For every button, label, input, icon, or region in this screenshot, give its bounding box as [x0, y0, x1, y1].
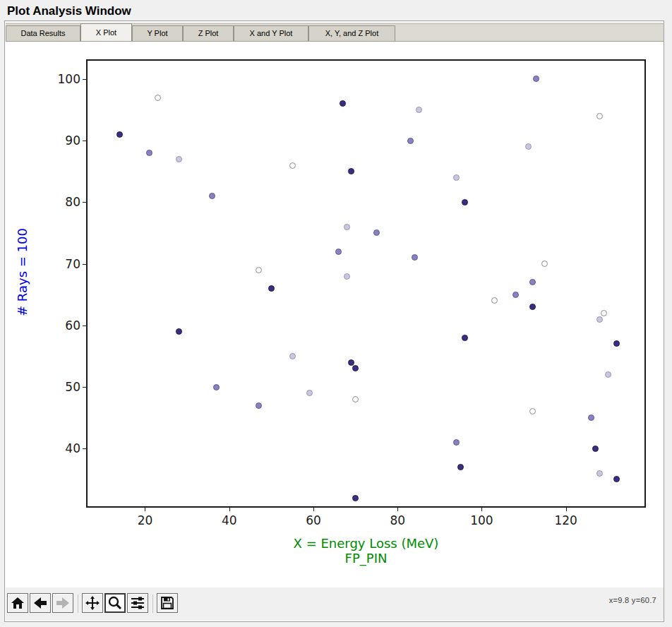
configure-subplots-button[interactable]: [127, 593, 148, 613]
x-tick-label: 120: [545, 513, 587, 527]
y-tick-mark: [83, 264, 86, 265]
toolbar-separator: [152, 595, 153, 613]
plot-analysis-window: Plot Analysis Window Data Results X Plot…: [0, 0, 672, 627]
forward-arrow-icon: [56, 596, 70, 610]
y-tick-label: 100: [34, 72, 80, 86]
tab-z-plot[interactable]: Z Plot: [183, 25, 234, 41]
toolbar-separator: [78, 595, 78, 613]
data-point: [335, 249, 342, 255]
data-point: [256, 267, 262, 273]
data-point: [344, 224, 350, 230]
x-tick-label: 80: [376, 513, 419, 527]
data-point: [348, 168, 354, 174]
x-tick-label: 40: [208, 513, 251, 527]
zoom-button[interactable]: [104, 593, 126, 613]
data-point: [596, 316, 603, 323]
data-point: [289, 353, 296, 359]
forward-button[interactable]: [52, 593, 73, 613]
data-point: [155, 95, 161, 101]
data-point: [525, 143, 532, 150]
data-point: [453, 174, 460, 181]
y-tick-mark: [83, 448, 86, 449]
home-button[interactable]: [7, 593, 28, 613]
data-point: [407, 138, 414, 144]
data-point: [289, 162, 296, 169]
save-button[interactable]: [157, 593, 178, 613]
x-tick-mark: [397, 508, 398, 511]
navigation-toolbar: x=9.8 y=60.7: [6, 587, 664, 619]
data-point: [116, 131, 123, 138]
y-tick-mark: [83, 202, 86, 203]
data-point: [512, 292, 519, 298]
tab-x-y-and-z-plot[interactable]: X, Y, and Z Plot: [308, 25, 395, 41]
data-point: [352, 495, 359, 501]
back-arrow-icon: [33, 596, 47, 610]
x-tick-mark: [229, 508, 230, 511]
data-point: [596, 470, 603, 477]
data-point: [352, 396, 359, 402]
data-point: [176, 156, 182, 162]
data-point: [596, 113, 603, 119]
data-point: [491, 297, 498, 304]
back-button[interactable]: [30, 593, 51, 613]
data-point: [373, 229, 380, 236]
x-tick-mark: [313, 508, 314, 511]
x-axis-sublabel: FP_PIN: [86, 551, 646, 566]
y-tick-label: 50: [34, 380, 80, 394]
data-point: [529, 279, 536, 285]
data-point: [416, 107, 422, 113]
data-point: [462, 335, 468, 341]
home-icon: [11, 596, 25, 610]
data-point: [348, 359, 354, 366]
y-tick-mark: [83, 141, 86, 141]
y-tick-label: 80: [34, 195, 80, 209]
data-point: [462, 199, 468, 205]
data-point: [256, 402, 262, 409]
window-title: Plot Analysis Window: [7, 4, 134, 18]
tab-bar: Data Results X Plot Y Plot Z Plot X and …: [6, 23, 664, 41]
data-point: [352, 365, 359, 371]
tab-x-and-y-plot[interactable]: X and Y Plot: [234, 25, 308, 41]
notebook-pane-border: [6, 41, 664, 42]
data-point: [613, 340, 620, 347]
x-tick-label: 100: [460, 513, 503, 527]
data-point: [213, 384, 220, 390]
data-point: [529, 304, 536, 310]
y-tick-mark: [83, 326, 86, 326]
y-tick-label: 90: [34, 133, 80, 148]
data-point: [588, 414, 594, 421]
data-point: [613, 476, 620, 482]
data-point: [146, 150, 152, 156]
data-point: [457, 464, 464, 470]
subplots-sliders-icon: [130, 595, 145, 611]
tab-y-plot[interactable]: Y Plot: [132, 25, 183, 41]
data-point: [306, 390, 313, 396]
x-axis-label: X = Energy Loss (MeV): [86, 536, 646, 551]
x-tick-label: 60: [292, 513, 335, 527]
data-point: [605, 371, 611, 378]
x-tick-mark: [566, 508, 567, 511]
tab-x-plot[interactable]: X Plot: [80, 23, 132, 41]
data-point: [529, 408, 536, 414]
data-point: [340, 100, 346, 107]
y-tick-label: 70: [34, 257, 80, 271]
data-point: [344, 273, 350, 280]
pan-icon: [85, 595, 100, 611]
zoom-icon: [107, 595, 123, 611]
save-floppy-icon: [160, 596, 174, 610]
y-axis-label: # Rays = 100: [15, 4, 30, 541]
cursor-coordinates: x=9.8 y=60.7: [609, 596, 656, 604]
axes[interactable]: [86, 59, 646, 508]
y-tick-mark: [83, 79, 86, 80]
y-tick-label: 60: [34, 318, 80, 333]
data-point: [601, 310, 607, 316]
plot-canvas[interactable]: # Rays = 100 204060801001204050607080901…: [6, 42, 664, 587]
data-point: [209, 193, 215, 199]
pan-button[interactable]: [82, 593, 103, 613]
x-tick-mark: [481, 508, 482, 511]
data-point: [176, 328, 182, 335]
data-point: [533, 76, 539, 82]
data-point: [268, 285, 275, 292]
y-tick-mark: [83, 387, 86, 388]
x-tick-label: 20: [124, 513, 166, 527]
